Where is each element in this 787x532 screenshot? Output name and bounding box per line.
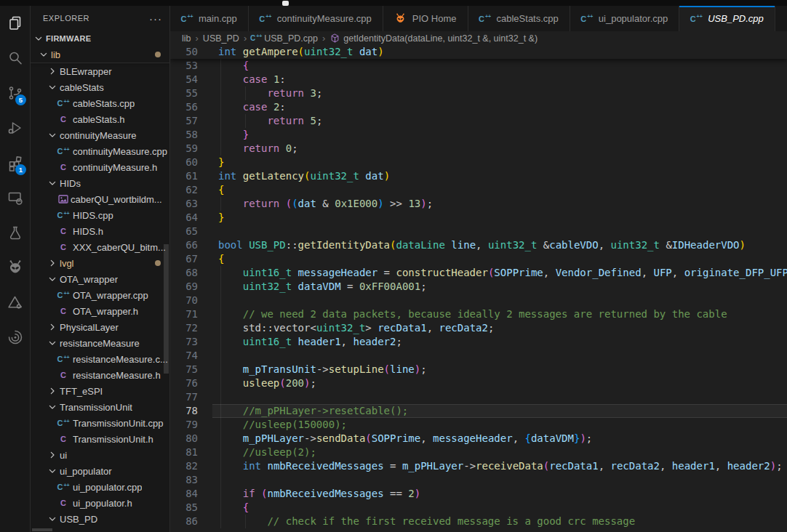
- tree-item-XXX_caberQU_bitm...[interactable]: CXXX_caberQU_bitm...: [31, 239, 169, 255]
- tree-item-HIDs[interactable]: HIDs: [31, 175, 169, 191]
- file-cpp-icon: C++: [581, 13, 593, 25]
- breadcrumb-label: USB_PD.cpp: [264, 33, 318, 44]
- code-line-56[interactable]: 56 case 2:: [170, 100, 787, 114]
- tree-item-ui_populator.h[interactable]: Cui_populator.h: [31, 495, 169, 511]
- code-line-60[interactable]: 60}: [170, 156, 787, 169]
- tree-item-HIDS.cpp[interactable]: C++HIDS.cpp: [31, 207, 169, 223]
- tree-item-BLEwrapper[interactable]: BLEwrapper: [31, 63, 169, 79]
- tab-main.cpp[interactable]: C++main.cpp: [170, 6, 249, 31]
- tree-item-lvgl[interactable]: lvgl: [31, 255, 169, 271]
- tree-item-resistanceMeasure.c...[interactable]: C++resistanceMeasure.c...: [31, 351, 169, 367]
- tree-item-resistanceMeasure[interactable]: resistanceMeasure: [31, 335, 169, 351]
- code-line-81[interactable]: 81 //usleep(2);: [170, 446, 787, 459]
- tree-item-cableStats.h[interactable]: CcableStats.h: [31, 111, 169, 127]
- code-line-54[interactable]: 54 case 1:: [170, 73, 787, 86]
- code-line-75[interactable]: 75 m_pTransUnit->setupLine(line);: [170, 363, 787, 376]
- tab-ui_populator.cpp[interactable]: C++ui_populator.cpp: [570, 6, 679, 31]
- tab-PIO Home[interactable]: PIO Home: [383, 6, 468, 31]
- explorer-sidebar: EXPLORER ··· FIRMWARElibBLEwrappercableS…: [31, 6, 170, 532]
- tree-item-FIRMWARE[interactable]: FIRMWARE: [31, 31, 169, 47]
- code-line-79[interactable]: 79 //usleep(150000);: [170, 418, 787, 432]
- tree-item-cableStats[interactable]: cableStats: [31, 79, 169, 95]
- tree-item-resistanceMeasure.h[interactable]: CresistanceMeasure.h: [31, 367, 169, 383]
- tab-label: ui_populator.cpp: [599, 13, 668, 24]
- code-line-68[interactable]: 68 uint16_t messageHeader = constructHea…: [170, 266, 787, 280]
- file-h-icon: C: [57, 225, 69, 237]
- tree-item-TransmissionUnit[interactable]: TransmissionUnit: [31, 399, 169, 415]
- tab-continuityMeasure.cpp[interactable]: C++continuityMeasure.cpp: [249, 6, 383, 31]
- tree-item-lib[interactable]: lib: [31, 47, 169, 63]
- more-actions-icon[interactable]: ···: [149, 12, 162, 25]
- activity-platformio[interactable]: [0, 250, 30, 285]
- code-line-63[interactable]: 63 return ((dat & 0x1E000) >> 13);: [170, 197, 787, 211]
- code-line-58[interactable]: 58 }: [170, 128, 787, 142]
- chevron-right-icon: [47, 65, 58, 77]
- code-line-66[interactable]: 66bool USB_PD::getIdentityData(dataLine …: [170, 238, 787, 252]
- tree-item-USB_PD[interactable]: USB_PD: [31, 511, 169, 527]
- code-line-74[interactable]: 74: [170, 349, 787, 363]
- code-line-82[interactable]: 82 int nmbReceivedMessages = m_pPHLayer-…: [170, 459, 787, 473]
- code-line-55[interactable]: 55 return 3;: [170, 86, 787, 100]
- breadcrumb-item[interactable]: USB_PD: [203, 33, 239, 44]
- activity-explorer[interactable]: [0, 6, 30, 41]
- code-line-76[interactable]: 76 usleep(200);: [170, 376, 787, 390]
- code-line-84[interactable]: 84 if (nmbReceivedMessages == 2): [170, 487, 787, 501]
- tree-item-cableStats.cpp[interactable]: C++cableStats.cpp: [31, 95, 169, 111]
- chevron-down-icon: [47, 513, 58, 525]
- tree-item-OTA_wrapper[interactable]: OTA_wrapper: [31, 271, 169, 287]
- tree-item-continuityMeasure[interactable]: continuityMeasure: [31, 127, 169, 143]
- tree-item-ui_populator[interactable]: ui_populator: [31, 463, 169, 479]
- code-line-67[interactable]: 67{: [170, 252, 787, 266]
- activity-remote-explorer[interactable]: [0, 180, 30, 215]
- tree-item-caberQU_wortbildm...[interactable]: caberQU_wortbildm...: [31, 191, 169, 207]
- activity-testing[interactable]: [0, 215, 30, 250]
- code-line-78[interactable]: 78 //m_pPHLayer->resetCable();: [170, 404, 787, 418]
- code-line-86[interactable]: 86 // check if the first received messag…: [170, 515, 787, 528]
- code-line-64[interactable]: 64}: [170, 211, 787, 225]
- tab-USB_PD.cpp[interactable]: C++USB_PD.cpp: [679, 6, 775, 31]
- tab-label: continuityMeasure.cpp: [277, 13, 372, 24]
- tree-item-TFT_eSPI[interactable]: TFT_eSPI: [31, 383, 169, 399]
- tree-item-ui[interactable]: ui: [31, 447, 169, 463]
- activity-source-control[interactable]: 5: [0, 76, 30, 110]
- tree-scrollbar-vertical[interactable]: [164, 244, 169, 374]
- activity-search[interactable]: [0, 41, 30, 76]
- activity-extensions[interactable]: 1: [0, 145, 30, 180]
- code-line-61[interactable]: 61int getLatency(uint32_t dat): [170, 169, 787, 183]
- sticky-scroll-line[interactable]: 50int getAmpere(uint32_t dat): [170, 45, 787, 59]
- breadcrumb-item[interactable]: lib: [182, 33, 191, 44]
- code-line-59[interactable]: 59 return 0;: [170, 142, 787, 156]
- activity-run-debug[interactable]: [0, 110, 30, 145]
- code-line-85[interactable]: 85 {: [170, 501, 787, 515]
- breadcrumb-item[interactable]: getIdentityData(dataLine, uint32_t &, ui…: [329, 33, 538, 44]
- tree-item-TransmissionUnit.h[interactable]: CTransmissionUnit.h: [31, 431, 169, 447]
- tree-item-continuityMeasure.cpp[interactable]: C++continuityMeasure.cpp: [31, 143, 169, 159]
- code-line-72[interactable]: 72 std::vector<uint32_t> recData1, recDa…: [170, 321, 787, 335]
- tree-item-TransmissionUnit.cpp[interactable]: C++TransmissionUnit.cpp: [31, 415, 169, 431]
- code-line-73[interactable]: 73 uint16_t header1, header2;: [170, 335, 787, 349]
- code-editor[interactable]: 50int getAmpere(uint32_t dat) 53 {54 cas…: [170, 45, 787, 532]
- activity-espressif[interactable]: [0, 320, 30, 355]
- tab-cableStats.cpp[interactable]: C++cableStats.cpp: [468, 6, 570, 31]
- tree-item-PhysicalLayer[interactable]: PhysicalLayer: [31, 319, 169, 335]
- code-line-83[interactable]: 83: [170, 473, 787, 487]
- code-line-69[interactable]: 69 uint32_t dataVDM = 0xFF00A001;: [170, 280, 787, 294]
- breadcrumb-item[interactable]: C++USB_PD.cpp: [251, 33, 318, 44]
- code-line-80[interactable]: 80 m_pPHLayer->sendData(SOPPrime, messag…: [170, 432, 787, 446]
- tree-item-OTA_wrapper.cpp[interactable]: C++OTA_wrapper.cpp: [31, 287, 169, 303]
- tree-item-continuityMeasure.h[interactable]: CcontinuityMeasure.h: [31, 159, 169, 175]
- code-line-50[interactable]: 50int getAmpere(uint32_t dat): [170, 45, 787, 59]
- tree-item-HIDS.h[interactable]: CHIDS.h: [31, 223, 169, 239]
- code-line-57[interactable]: 57 return 5;: [170, 114, 787, 128]
- tree-item-ui_populator.cpp[interactable]: C++ui_populator.cpp: [31, 479, 169, 495]
- tree-scrollbar-horizontal[interactable]: [32, 528, 52, 531]
- code-line-53[interactable]: 53 {: [170, 59, 787, 73]
- code-line-71[interactable]: 71 // we need 2 data packets, because id…: [170, 307, 787, 321]
- code-line-65[interactable]: 65: [170, 225, 787, 238]
- line-number: 80: [170, 432, 198, 446]
- activity-project-tasks[interactable]: [0, 285, 30, 320]
- code-line-77[interactable]: 77: [170, 390, 787, 404]
- tree-item-OTA_wrapper.h[interactable]: COTA_wrapper.h: [31, 303, 169, 319]
- code-line-62[interactable]: 62{: [170, 183, 787, 197]
- code-line-70[interactable]: 70: [170, 294, 787, 307]
